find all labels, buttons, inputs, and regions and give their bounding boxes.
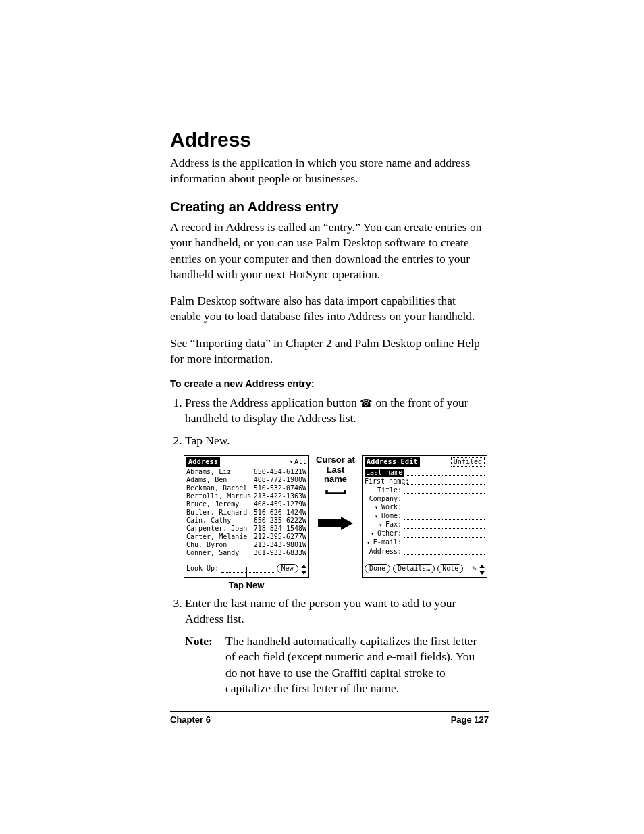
- note-body: The handheld automatically capitalizes t…: [225, 633, 489, 696]
- pen-up-icon: ✎: [472, 565, 477, 573]
- edit-fields: Last name:First name:Title:Company:Work:…: [365, 468, 485, 561]
- footer-chapter: Chapter 6: [170, 714, 211, 725]
- paragraph-3: See “Importing data” in Chapter 2 and Pa…: [170, 336, 489, 367]
- note-label: Note:: [185, 633, 217, 696]
- category-dropdown[interactable]: All: [290, 458, 306, 466]
- list-item[interactable]: Cain, Cathy650-235-6222W: [186, 517, 306, 525]
- callout-tap-new: Tap New: [229, 579, 265, 591]
- step-3-text: Enter the last name of the person you wa…: [185, 596, 456, 625]
- category-tag[interactable]: Unfiled: [451, 457, 485, 467]
- procedure-heading: To create a new Address entry:: [170, 377, 489, 390]
- scroll-arrows[interactable]: [300, 562, 308, 575]
- callout-tap-new-label: Tap New: [229, 580, 265, 590]
- details-button[interactable]: Details…: [393, 564, 435, 573]
- address-edit-title: Address Edit: [365, 457, 420, 467]
- paragraph-1: A record in Address is called an “entry.…: [170, 219, 489, 282]
- figure-row: Address All Abrams, Liz650-454-6121WAdam…: [184, 455, 489, 591]
- list-item[interactable]: Conner, Sandy301-933-6833W: [186, 549, 306, 557]
- edit-field[interactable]: Address:: [365, 547, 485, 556]
- list-item[interactable]: Carter, Melanie212-395-6277W: [186, 533, 306, 541]
- address-title: Address: [186, 457, 220, 467]
- screenshot-address-list: Address All Abrams, Liz650-454-6121WAdam…: [184, 455, 309, 578]
- note-block: Note: The handheld automatically capital…: [185, 633, 489, 696]
- paragraph-2: Palm Desktop software also has data impo…: [170, 293, 489, 325]
- svg-marker-0: [318, 517, 353, 530]
- edit-field[interactable]: Title:: [365, 486, 485, 494]
- step-2: Tap New.: [185, 433, 489, 448]
- steps-list-cont: Enter the last name of the person you wa…: [170, 596, 489, 697]
- edit-field[interactable]: Other:: [365, 529, 485, 538]
- steps-list: Press the Address application button ☎ o…: [170, 395, 489, 449]
- list-item[interactable]: Carpenter, Joan718-824-1548W: [186, 525, 306, 533]
- address-app-icon: ☎: [360, 397, 373, 409]
- edit-field[interactable]: First name:: [365, 477, 485, 486]
- list-item[interactable]: Butler, Richard516-626-1424W: [186, 509, 306, 517]
- address-list[interactable]: Abrams, Liz650-454-6121WAdams, Ben408-77…: [186, 468, 306, 561]
- intro-paragraph: Address is the application in which you …: [170, 155, 489, 187]
- note-button[interactable]: Note: [437, 564, 463, 573]
- edit-field[interactable]: Last name:: [365, 468, 485, 477]
- callouts: Cursor at Last name ⎵: [315, 455, 356, 530]
- heading-address: Address: [170, 128, 489, 151]
- screenshot-address-edit: Address Edit Unfiled Last name:First nam…: [362, 455, 487, 578]
- arrow-icon: [318, 517, 353, 530]
- list-item[interactable]: Abrams, Liz650-454-6121W: [186, 468, 306, 476]
- lookup-input[interactable]: [221, 565, 273, 573]
- step-3: Enter the last name of the person you wa…: [185, 596, 489, 697]
- list-item[interactable]: Chu, Byron213-343-9801W: [186, 541, 306, 549]
- new-button[interactable]: New: [277, 564, 298, 573]
- list-item[interactable]: Bruce, Jeremy408-459-1279W: [186, 500, 306, 509]
- page-footer: Chapter 6 Page 127: [170, 711, 489, 725]
- step-1: Press the Address application button ☎ o…: [185, 395, 489, 427]
- list-item[interactable]: Bertolli, Marcus213-422-1363W: [186, 492, 306, 500]
- footer-page: Page 127: [451, 714, 489, 725]
- scroll-arrows-edit[interactable]: [478, 562, 486, 575]
- edit-field[interactable]: Fax:: [365, 521, 485, 529]
- list-item[interactable]: Beckman, Rachel510-532-0746W: [186, 484, 306, 492]
- heading-creating-entry: Creating an Address entry: [170, 198, 489, 216]
- list-item[interactable]: Adams, Ben408-772-1900W: [186, 476, 306, 484]
- done-button[interactable]: Done: [365, 564, 390, 573]
- edit-field[interactable]: Work:: [365, 503, 485, 512]
- edit-field[interactable]: Company:: [365, 494, 485, 503]
- edit-field[interactable]: E-mail:: [365, 538, 485, 547]
- edit-field[interactable]: Home:: [365, 512, 485, 521]
- step-1-text-a: Press the Address application button: [185, 396, 360, 409]
- lookup-label: Look Up:: [186, 565, 219, 573]
